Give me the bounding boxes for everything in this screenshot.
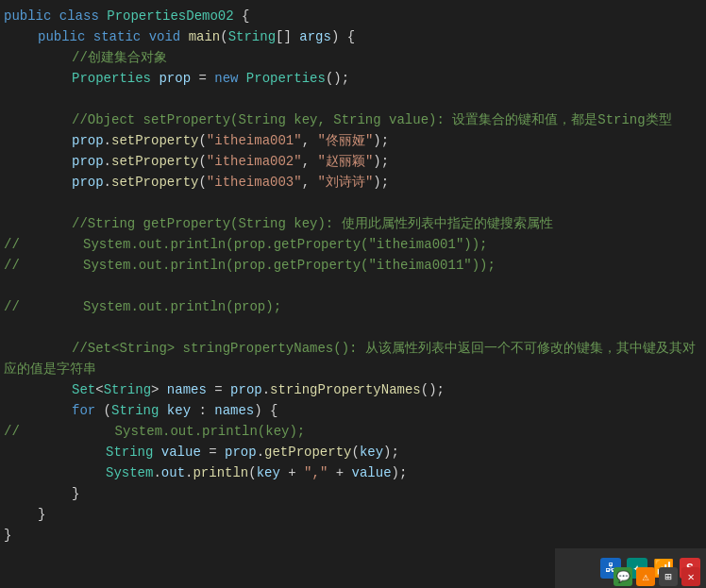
code-line-24: } <box>0 483 706 504</box>
code-line-12: // System.out.println(prop.getProperty("… <box>0 234 706 255</box>
keyword-public: public <box>4 6 59 26</box>
code-line-14 <box>0 276 706 296</box>
close-icon[interactable]: ✕ <box>681 567 700 586</box>
taskbar: 🖧 ✦ 📶 S 💬 ⚠ ⊞ ✕ <box>555 548 706 588</box>
code-line-3: //创建集合对象 <box>0 47 706 68</box>
grid-icon[interactable]: ⊞ <box>659 567 678 586</box>
code-line-11: //String getProperty(String key): 使用此属性列… <box>0 213 706 234</box>
code-line-18: 应的值是字符串 <box>0 359 706 379</box>
code-line-13: // System.out.println(prop.getProperty("… <box>0 255 706 276</box>
code-line-23: System.out.println(key + "," + value); <box>0 462 706 483</box>
code-line-5 <box>0 89 706 109</box>
class-name: PropertiesDemo02 <box>107 6 242 26</box>
code-line-4: Properties prop = new Properties(); <box>0 68 706 89</box>
code-line-17: //Set<String> stringPropertyNames(): 从该属… <box>0 338 706 359</box>
code-line-2: public static void main(String[] args) { <box>0 26 706 47</box>
warning-icon[interactable]: ⚠ <box>636 567 655 586</box>
code-line-1: public class PropertiesDemo02 { <box>0 6 706 26</box>
code-line-22: String value = prop.getProperty(key); <box>0 442 706 462</box>
keyword-class: class <box>59 6 107 26</box>
code-line-25: } <box>0 504 706 525</box>
code-line-10 <box>0 193 706 213</box>
code-line-26: } <box>0 525 706 546</box>
chat-icon[interactable]: 💬 <box>614 567 632 586</box>
code-line-7: prop.setProperty("itheima001", "佟丽娅"); <box>0 130 706 151</box>
code-line-6: //Object setProperty(String key, String … <box>0 109 706 130</box>
code-line-19: Set<String> names = prop.stringPropertyN… <box>0 379 706 400</box>
code-line-15: // System.out.println(prop); <box>0 296 706 317</box>
taskbar-row2: 💬 ⚠ ⊞ ✕ <box>608 565 706 588</box>
code-editor: public class PropertiesDemo02 { public s… <box>0 0 706 566</box>
code-line-16 <box>0 317 706 338</box>
code-line-8: prop.setProperty("itheima002", "赵丽颖"); <box>0 151 706 172</box>
code-line-21: // System.out.println(key); <box>0 421 706 442</box>
code-line-9: prop.setProperty("itheima003", "刘诗诗"); <box>0 172 706 193</box>
code-line-20: for (String key : names) { <box>0 400 706 421</box>
